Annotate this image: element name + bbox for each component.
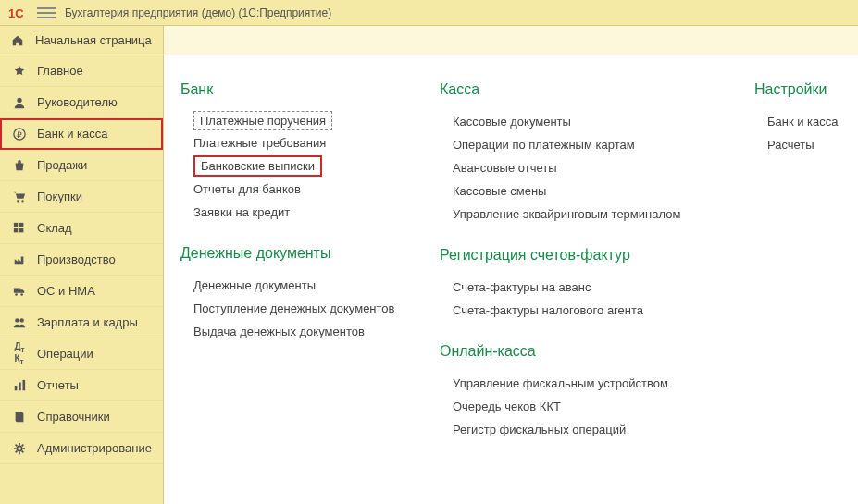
- titlebar: 1C Бухгалтерия предприятия (демо) (1С:Пр…: [0, 0, 858, 26]
- svg-point-12: [15, 318, 19, 322]
- svg-rect-9: [19, 228, 23, 232]
- section-title[interactable]: Денежные документы: [180, 245, 403, 262]
- home-button[interactable]: Начальная страница: [0, 26, 163, 55]
- sidebar-item-label: Операции: [37, 347, 93, 361]
- menu-item[interactable]: Счета-фактуры на аванс: [453, 277, 591, 298]
- sidebar-item-10[interactable]: Отчеты: [0, 370, 163, 401]
- column-2: НастройкиБанк и кассаРасчеты: [754, 81, 858, 442]
- svg-rect-6: [14, 222, 18, 226]
- menu-item[interactable]: Кассовые документы: [453, 111, 571, 132]
- svg-rect-8: [14, 228, 18, 232]
- column-1: КассаКассовые документыОперации по плате…: [440, 81, 717, 442]
- menu-item[interactable]: Денежные документы: [193, 275, 316, 296]
- factory-icon: [11, 252, 28, 268]
- sidebar-item-label: Отчеты: [37, 378, 79, 392]
- sidebar: Начальная страница ГлавноеРуководителю₽Б…: [0, 26, 164, 504]
- sidebar-item-8[interactable]: Зарплата и кадры: [0, 307, 163, 338]
- svg-text:1C: 1C: [8, 6, 24, 20]
- section: КассаКассовые документыОперации по плате…: [440, 81, 717, 225]
- bag-icon: [11, 157, 28, 174]
- svg-point-13: [19, 318, 23, 322]
- gear-icon: [11, 440, 28, 457]
- section: БанкПлатежные порученияПлатежные требова…: [180, 81, 403, 223]
- section-title[interactable]: Настройки: [754, 81, 858, 98]
- menu-item[interactable]: Кассовые смены: [453, 180, 546, 202]
- column-0: БанкПлатежные порученияПлатежные требова…: [180, 81, 403, 442]
- menu-item[interactable]: Поступление денежных документов: [193, 298, 395, 319]
- sidebar-item-label: Руководителю: [37, 95, 118, 109]
- section-title[interactable]: Банк: [180, 81, 403, 98]
- menu-item[interactable]: Очередь чеков ККТ: [453, 396, 561, 417]
- tabstrip: [164, 26, 858, 55]
- menu-item[interactable]: Отчеты для банков: [193, 178, 301, 200]
- menu-item[interactable]: Платежные поручения: [193, 111, 332, 130]
- menu-item[interactable]: Банковские выписки: [193, 155, 322, 177]
- sidebar-item-12[interactable]: Администрирование: [0, 433, 163, 464]
- people-icon: [11, 314, 28, 331]
- svg-rect-7: [19, 222, 23, 226]
- section-title[interactable]: Регистрация счетов-фактур: [440, 247, 717, 264]
- sidebar-item-1[interactable]: Руководителю: [0, 87, 163, 118]
- sidebar-item-label: Справочники: [37, 410, 110, 424]
- menu-item[interactable]: Авансовые отчеты: [453, 157, 557, 178]
- home-label: Начальная страница: [35, 33, 152, 47]
- sidebar-item-4[interactable]: Покупки: [0, 181, 163, 213]
- sidebar-item-0[interactable]: Главное: [0, 55, 163, 87]
- section: НастройкиБанк и кассаРасчеты: [754, 81, 858, 155]
- window-title: Бухгалтерия предприятия (демо) (1С:Предп…: [65, 6, 331, 19]
- menu-item[interactable]: Заявки на кредит: [193, 202, 290, 223]
- app-logo-icon: 1C: [7, 5, 30, 21]
- sidebar-item-label: Производство: [37, 252, 116, 266]
- menu-item[interactable]: Управление фискальным устройством: [453, 373, 668, 394]
- svg-rect-16: [23, 379, 26, 389]
- menu-item[interactable]: Операции по платежным картам: [453, 134, 635, 155]
- burger-icon[interactable]: [37, 4, 56, 22]
- menu-item[interactable]: Расчеты: [767, 134, 814, 155]
- svg-rect-14: [15, 386, 18, 390]
- chart-icon: [11, 377, 28, 394]
- sidebar-item-9[interactable]: ДтКтОперации: [0, 338, 163, 370]
- sidebar-item-label: Покупки: [37, 190, 82, 203]
- sidebar-item-3[interactable]: Продажи: [0, 150, 163, 181]
- cart-icon: [11, 189, 28, 205]
- menu-item[interactable]: Банк и касса: [767, 111, 839, 132]
- ruble-icon: ₽: [11, 126, 28, 142]
- sidebar-item-7[interactable]: ОС и НМА: [0, 276, 163, 307]
- sidebar-item-11[interactable]: Справочники: [0, 401, 163, 433]
- svg-point-5: [21, 200, 23, 202]
- home-icon: [9, 32, 26, 49]
- dtkt-icon: ДтКт: [11, 346, 28, 363]
- menu-item[interactable]: Управление эквайринговым терминалом: [453, 203, 680, 225]
- sidebar-item-label: Администрирование: [37, 441, 152, 455]
- sidebar-item-5[interactable]: Склад: [0, 213, 163, 244]
- sidebar-item-label: Главное: [37, 64, 83, 78]
- star-icon: [11, 63, 28, 80]
- svg-point-1: [17, 97, 21, 102]
- svg-point-4: [17, 200, 19, 202]
- svg-text:₽: ₽: [17, 129, 22, 139]
- section: Регистрация счетов-фактурСчета-фактуры н…: [440, 247, 717, 321]
- section: Онлайн-кассаУправление фискальным устрой…: [440, 343, 717, 440]
- menu-item[interactable]: Выдача денежных документов: [193, 321, 365, 342]
- sidebar-item-label: Банк и касса: [37, 127, 108, 141]
- section: Денежные документыДенежные документыПост…: [180, 245, 403, 342]
- sidebar-item-label: Зарплата и кадры: [37, 315, 138, 329]
- sidebar-item-2[interactable]: ₽Банк и касса: [0, 118, 163, 150]
- menu-item[interactable]: Счета-фактуры налогового агента: [453, 300, 643, 321]
- grid-icon: [11, 220, 28, 237]
- section-title[interactable]: Онлайн-касса: [440, 343, 717, 360]
- svg-point-17: [17, 446, 21, 450]
- sidebar-item-label: ОС и НМА: [37, 284, 95, 298]
- section-title[interactable]: Касса: [440, 81, 717, 98]
- user-icon: [11, 94, 28, 111]
- svg-point-10: [15, 293, 18, 296]
- svg-rect-15: [19, 382, 21, 390]
- sidebar-item-6[interactable]: Производство: [0, 244, 163, 276]
- sidebar-item-label: Склад: [37, 221, 72, 235]
- content-area: БанкПлатежные порученияПлатежные требова…: [164, 26, 858, 504]
- menu-item[interactable]: Регистр фискальных операций: [453, 419, 626, 440]
- svg-point-11: [20, 293, 23, 296]
- sidebar-item-label: Продажи: [37, 158, 87, 172]
- book-icon: [11, 409, 28, 425]
- menu-item[interactable]: Платежные требования: [193, 132, 326, 154]
